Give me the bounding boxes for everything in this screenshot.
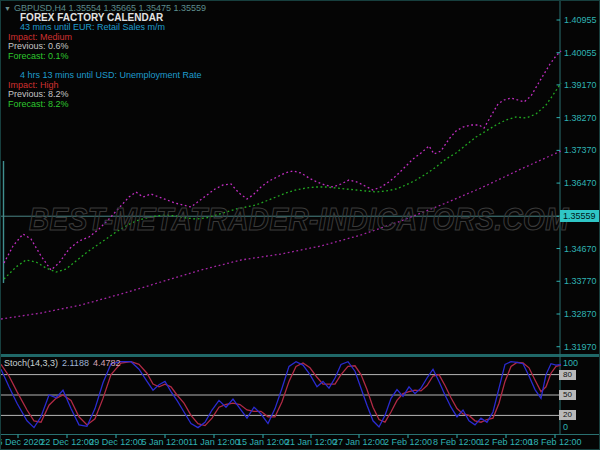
time-axis-label: 27 Jan 12:00 [333, 437, 385, 447]
time-axis-label: 5 Jan 12:00 [141, 437, 188, 447]
stoch-level-badge-20: 20 [559, 410, 576, 420]
price-axis-label: 1.40055 [564, 48, 597, 58]
time-axis-label: 18 Feb 12:00 [528, 437, 581, 447]
price-axis-label: 1.39170 [564, 80, 597, 90]
symbol-dropdown-icon[interactable]: ▼ [4, 5, 11, 12]
stoch-axis-label-0: 0 [563, 422, 568, 432]
panel-separator [1, 354, 600, 357]
price-axis-label: 1.38270 [564, 113, 597, 123]
event-forecast: Forecast: 0.1% [1, 52, 421, 62]
price-axis-label: 1.36470 [564, 178, 597, 188]
time-axis-label: 8 Feb 12:00 [433, 437, 481, 447]
price-axis-label: 1.33770 [564, 276, 597, 286]
price-axis-label: 1.40955 [564, 15, 597, 25]
event-countdown: 4 hrs 13 mins until USD: Unemployment Ra… [1, 71, 421, 81]
stochastic-main-value: 2.1188 [62, 358, 89, 368]
watermark-text: BEST-METATRADER-INDICATORS.COM [29, 202, 569, 238]
price-axis-label: 1.34670 [564, 244, 597, 254]
stoch-level-badge-80: 80 [559, 370, 576, 380]
price-axis-label: 1.37370 [564, 145, 597, 155]
time-axis-label: 2 Feb 12:00 [384, 437, 432, 447]
mt4-chart-window: ▼GBPUSD,H4 1.35554 1.35665 1.35475 1.355… [0, 0, 600, 450]
time-axis-label: 15 Jan 12:00 [237, 437, 289, 447]
stochastic-signal-value: 4.4782 [93, 358, 121, 368]
stochastic-name: Stoch(14,3,3) [4, 358, 58, 368]
stochastic-indicator-label: Stoch(14,3,3)2.11884.4782 [4, 358, 120, 368]
stoch-axis-label-100: 100 [563, 358, 578, 368]
stoch-d-red [1, 362, 561, 426]
time-axis-label: 29 Dec 12:00 [89, 437, 143, 447]
time-axis-label: 11 Jan 12:00 [188, 437, 239, 447]
time-axis-label: 22 Dec 12:00 [40, 437, 94, 447]
time-axis-label: 12 Feb 12:00 [479, 437, 532, 447]
forex-factory-calendar-overlay: FOREX FACTORY CALENDAR 43 mins until EUR… [1, 12, 421, 110]
stoch-level-badge-50: 50 [559, 390, 576, 400]
event-forecast: Forecast: 8.2% [1, 100, 421, 110]
ma-medium-green [4, 83, 561, 279]
current-price-tag: 1.35559 [560, 210, 599, 222]
price-axis-label: 1.32870 [564, 309, 597, 319]
price-axis-label: 1.31970 [564, 342, 597, 352]
time-axis-label: 21 Jan 12:00 [285, 437, 337, 447]
time-axis-label: 16 Dec 2020 [0, 437, 44, 447]
